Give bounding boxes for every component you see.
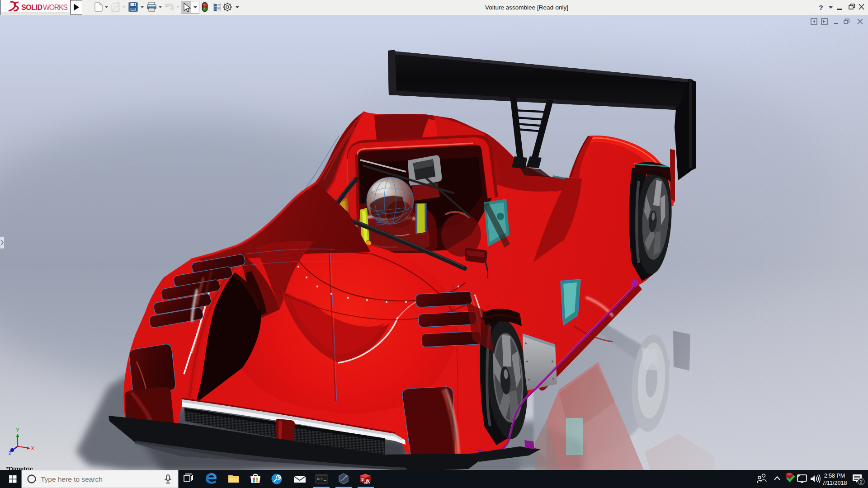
svg-text:?: ? [819, 4, 823, 11]
svg-text:Voiture assomblee [Read-only]: Voiture assomblee [Read-only] [485, 4, 568, 11]
svg-text:2017: 2017 [364, 482, 370, 484]
svg-text:2:58 PM: 2:58 PM [824, 473, 845, 479]
svg-text:S: S [361, 477, 364, 482]
svg-text:2: 2 [860, 479, 863, 484]
svg-text:7/11/2018: 7/11/2018 [822, 480, 847, 486]
svg-text:SOLID: SOLID [21, 4, 42, 11]
svg-text:C:\_: C:\_ [317, 477, 325, 481]
svg-text:Z: Z [9, 451, 11, 456]
svg-text:*Dimetric: *Dimetric [6, 465, 33, 470]
svg-text:Type here to search: Type here to search [41, 475, 103, 483]
svg-text:Y: Y [16, 428, 19, 433]
svg-text:X: X [31, 446, 34, 451]
svg-text:WORKS: WORKS [43, 4, 68, 11]
